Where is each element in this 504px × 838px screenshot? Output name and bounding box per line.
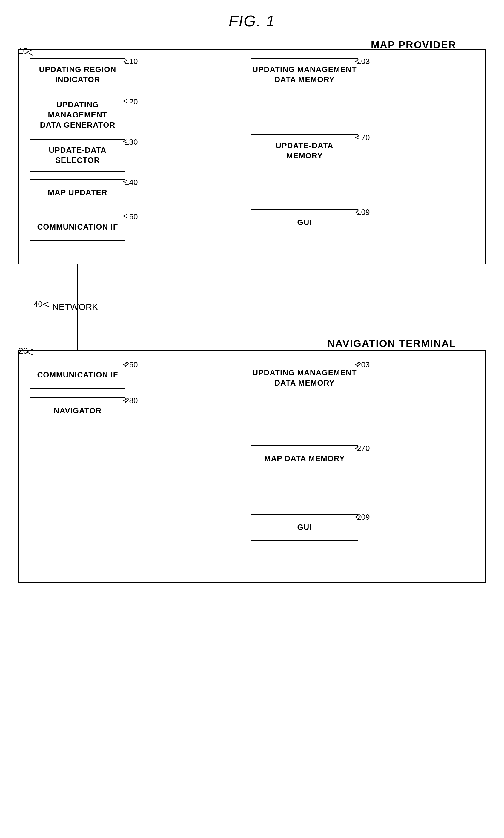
ref-170-bracket [355,135,360,140]
ref-203-bracket [355,362,360,367]
ref-270-bracket [355,446,360,450]
connector-vertical-top [77,264,78,294]
ref-280-bracket [122,398,128,403]
ref-120-bracket [122,99,128,103]
comp-270: MAP DATA MEMORY [251,445,358,472]
ref-109-bracket [355,210,360,214]
comp-120: UPDATING MANAGEMENTDATA GENERATOR [30,99,125,132]
ref-250-bracket [122,362,128,367]
ref-110-bracket [122,59,128,64]
comp-250: COMMUNICATION IF [30,362,125,389]
comp-150: COMMUNICATION IF [30,214,125,241]
comp-209: GUI [251,514,358,541]
comp-110: UPDATING REGIONINDICATOR [30,58,125,91]
ref-209-bracket [355,515,360,519]
map-provider-label: MAP PROVIDER [371,39,456,51]
ref-130-bracket [122,139,128,143]
comp-130: UPDATE-DATASELECTOR [30,139,125,172]
ref-150-bracket [122,214,128,218]
comp-109: GUI [251,209,358,236]
comp-170: UPDATE-DATAMEMORY [251,135,358,167]
ref-103-bracket [355,59,360,63]
comp-140: MAP UPDATER [30,179,125,206]
nav-terminal-label: NAVIGATION TERMINAL [327,338,456,349]
comp-203: UPDATING MANAGEMENTDATA MEMORY [251,362,358,394]
page-title: FIG. 1 [0,12,504,30]
ref-140-bracket [122,179,128,184]
comp-280: NAVIGATOR [30,397,125,424]
ref-40-bracket [40,300,52,308]
network-label: NETWORK [52,302,98,312]
comp-103: UPDATING MANAGEMENTDATA MEMORY [251,58,358,91]
